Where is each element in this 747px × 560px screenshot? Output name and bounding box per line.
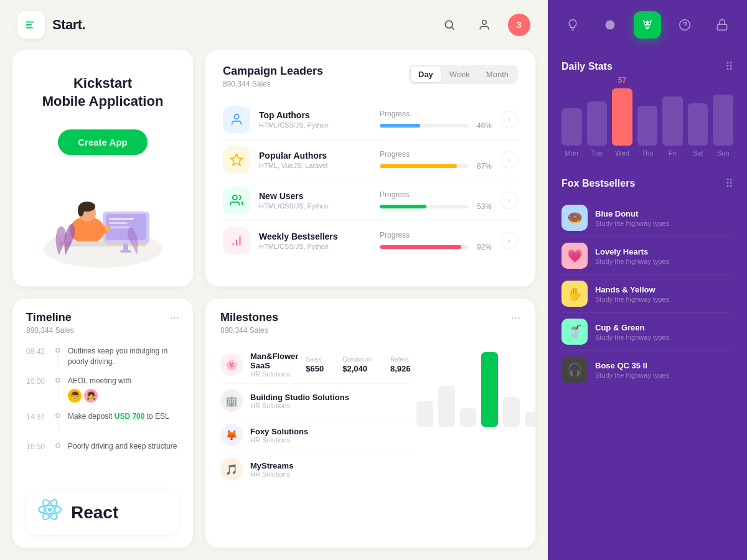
timeline-more-icon[interactable]: ··· [170, 311, 179, 324]
weekly-bestsellers-tags: HTML/CSS/JS, Python [259, 243, 371, 250]
dc-bar-thu: Thu [637, 88, 658, 157]
bestseller-bose[interactable]: 🎧 Bose QC 35 II Study the highway types [561, 351, 733, 388]
milestones-more-icon[interactable]: ··· [511, 311, 520, 324]
panel-icon-lock[interactable] [708, 11, 736, 39]
manflower-stats: Sales $650 Comission $2,040 Refers 8,926 [306, 356, 410, 373]
tl-text-2: AEOL meeting with [68, 376, 131, 386]
ms-bar-2 [438, 386, 455, 427]
popular-authors-icon [223, 146, 250, 174]
new-users-arrow[interactable]: › [500, 192, 518, 209]
panel-icon-fox[interactable] [634, 11, 661, 39]
react-banner: React [26, 490, 179, 535]
campaign-subtitle: 890,344 Sales [223, 80, 323, 88]
svg-rect-1 [26, 24, 32, 26]
svg-rect-0 [26, 22, 34, 23]
timeline-card: Timeline 890,344 Sales ··· 08:42 Outline… [12, 299, 193, 548]
svg-point-30 [48, 508, 52, 511]
weekly-bestsellers-icon [223, 227, 250, 254]
daily-stats-chart: Mon Tue 57 Wed Thu Fri [561, 82, 733, 157]
dc-bar-fri: Fri [662, 88, 683, 157]
panel-icon-question[interactable] [671, 11, 698, 39]
daily-stats-section: Daily Stats ⠿ Mon Tue 57 Wed [548, 50, 747, 167]
timeline-title: Timeline [26, 311, 74, 324]
create-app-button[interactable]: Create App [58, 129, 147, 155]
svg-rect-36 [718, 24, 727, 30]
tab-day[interactable]: Day [411, 67, 441, 82]
campaign-card: Campaign Leaders 890,344 Sales Day Week … [205, 50, 535, 286]
progress-label-1: Progress [380, 110, 492, 118]
new-users-tags: HTML/CSS/JS, Python [259, 202, 371, 210]
campaign-card-header: Campaign Leaders 890,344 Sales Day Week … [223, 65, 518, 88]
timeline-entry-1: 08:42 Outlines keep you indulging in poo… [26, 346, 179, 367]
daily-stats-header: Daily Stats ⠿ [561, 60, 733, 73]
campaign-title-group: Campaign Leaders 890,344 Sales [223, 65, 323, 88]
tl-time-3: 14:37 [26, 411, 48, 421]
tab-month[interactable]: Month [479, 67, 516, 82]
content-grid: Kickstart Mobile Application Create App [0, 50, 548, 560]
milestone-row-foxy: 🦊 Foxy Solutions HR Solutions [220, 418, 410, 452]
fox-bestsellers-section: Fox Bestsellers ⠿ 🍩 Blue Donut Study the… [548, 167, 747, 560]
svg-point-17 [78, 204, 84, 217]
bestseller-hands-yellow[interactable]: ✋ Hands & Yellow Study the highway types [561, 275, 733, 313]
manflower-sales-group: Sales $650 [306, 356, 324, 373]
svg-rect-20 [72, 241, 106, 245]
manflower-commission-group: Comission $2,040 [342, 356, 372, 373]
ms-bar-6 [525, 412, 535, 427]
timeline-title-group: Timeline 890,344 Sales [26, 311, 74, 335]
milestones-title-group: Milestones 890,344 Sales [220, 311, 278, 335]
fox-bestsellers-more[interactable]: ⠿ [725, 177, 733, 190]
search-icon[interactable] [438, 14, 461, 36]
top-authors-info: Top Authors HTML/CSS/JS, Python [259, 110, 371, 129]
bestsellers-list: 🍩 Blue Donut Study the highway types 💗 L… [561, 199, 733, 388]
kickstart-illustration [34, 174, 171, 274]
cup-green-info: Cup & Green Study the highway types [595, 323, 669, 341]
milestones-list: 🌸 Man&Flower SaaS HR Solutions Sales $65… [220, 346, 410, 486]
manflower-info: Man&Flower SaaS HR Solutions [250, 352, 298, 378]
milestones-title: Milestones [220, 311, 278, 324]
panel-icon-bulb[interactable] [559, 11, 586, 39]
milestones-subtitle: 890,344 Sales [220, 326, 278, 335]
ms-bar-3 [460, 408, 477, 427]
new-users-name: New Users [259, 191, 371, 201]
popular-authors-name: Popular Authors [259, 151, 371, 161]
right-panel: Daily Stats ⠿ Mon Tue 57 Wed [548, 0, 747, 560]
ms-bar-4-active [481, 352, 498, 427]
milestones-header: Milestones 890,344 Sales ··· [220, 311, 520, 335]
dc-bar-sun: Sun [713, 88, 733, 157]
milestones-card: Milestones 890,344 Sales ··· 🌸 Man&Flowe… [205, 299, 535, 548]
new-users-info: New Users HTML/CSS/JS, Python [259, 191, 371, 210]
top-authors-icon [223, 106, 250, 133]
panel-nav-icons [548, 0, 747, 50]
campaign-title: Campaign Leaders [223, 65, 323, 78]
panel-icon-circle[interactable] [596, 11, 624, 39]
weekly-bestsellers-arrow[interactable]: › [500, 232, 518, 250]
progress-label-2: Progress [380, 150, 492, 159]
kickstart-card: Kickstart Mobile Application Create App [12, 50, 193, 286]
foxy-icon: 🦊 [220, 424, 243, 446]
popular-authors-arrow[interactable]: › [500, 151, 518, 169]
progress-bar-3: 53% [380, 202, 492, 211]
svg-point-3 [445, 21, 453, 28]
ms-bar-5 [503, 397, 520, 427]
tl-time-2: 10:00 [26, 376, 48, 386]
mystreams-icon: 🎵 [220, 458, 243, 480]
tab-week[interactable]: Week [442, 67, 477, 82]
weekly-bestsellers-name: Weekly Bestsellers [259, 231, 371, 241]
progress-label-4: Progress [380, 231, 492, 240]
svg-rect-10 [109, 222, 128, 224]
bestseller-blue-donut[interactable]: 🍩 Blue Donut Study the highway types [561, 199, 733, 237]
popular-authors-tags: HTML, VueJS, Laravel [259, 162, 371, 169]
daily-stats-more[interactable]: ⠿ [725, 60, 733, 73]
bose-thumb: 🎧 [561, 357, 588, 383]
top-authors-arrow[interactable]: › [500, 111, 518, 128]
bestseller-cup-green[interactable]: 🥤 Cup & Green Study the highway types [561, 313, 733, 351]
campaign-row-popular-authors: Popular Authors HTML, VueJS, Laravel Pro… [223, 140, 518, 180]
hands-yellow-thumb: ✋ [561, 281, 588, 307]
campaign-row-top-authors: Top Authors HTML/CSS/JS, Python Progress… [223, 100, 518, 140]
bestseller-lovely-hearts[interactable]: 💗 Lovely Hearts Study the highway types [561, 237, 733, 275]
svg-point-31 [606, 21, 615, 30]
notification-badge[interactable]: 3 [508, 14, 530, 36]
react-logo-icon [37, 497, 62, 528]
user-icon[interactable] [473, 14, 496, 36]
hands-yellow-info: Hands & Yellow Study the highway types [595, 285, 669, 303]
